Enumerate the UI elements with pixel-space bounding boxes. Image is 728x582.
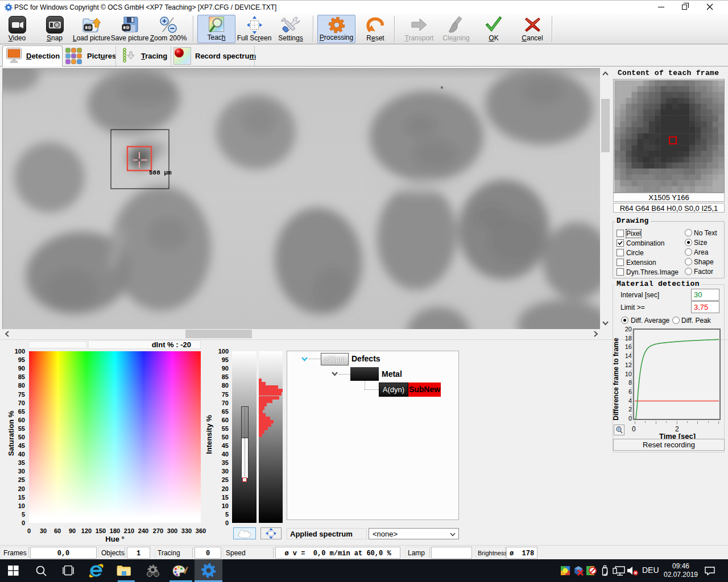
svg-text:588 µm: 588 µm bbox=[149, 169, 172, 176]
